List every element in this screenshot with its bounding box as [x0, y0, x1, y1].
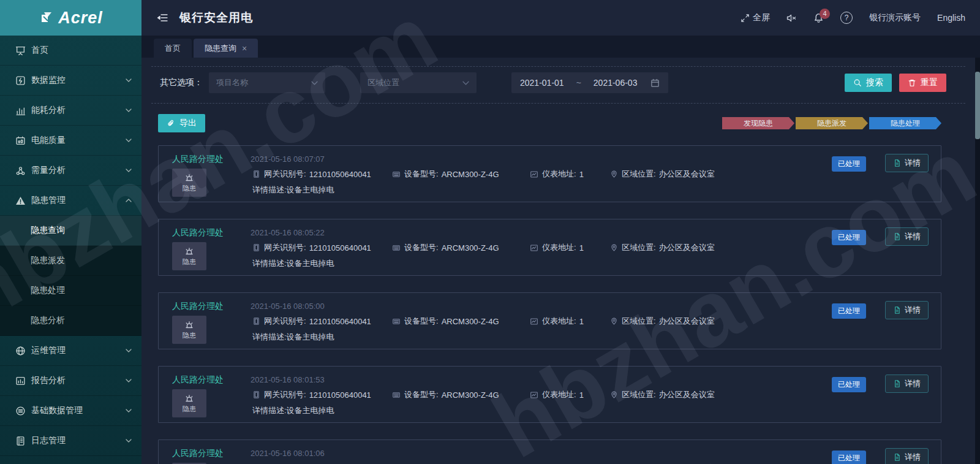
notifications-button[interactable]: 4 [813, 13, 824, 23]
location-value: 办公区及会议室 [659, 242, 715, 253]
status-badge-handled[interactable]: 已处理 [832, 377, 866, 392]
record-fields: 网关识别号: 12101050640041 设备型号: ARCM300-Z-4G… [252, 169, 715, 197]
hazard-record-list: 人民路分理处 2021-05-16 08:07:07 隐患 网关识别号: [158, 145, 941, 464]
record-description: 详情描述:设备主电掉电 [252, 405, 715, 416]
vertical-scrollbar[interactable] [975, 58, 980, 464]
project-select[interactable]: 项目名称 [209, 72, 325, 93]
sidebar-item-report-analysis[interactable]: 报告分析 [0, 366, 141, 396]
detail-button[interactable]: 详情 [885, 227, 929, 246]
help-icon[interactable]: ? [840, 12, 853, 24]
location-field: 区域位置: 办公区及会议室 [610, 242, 715, 253]
record-fields: 网关识别号: 12101050640041 设备型号: ARCM300-Z-4G… [252, 242, 715, 270]
location-field: 区域位置: 办公区及会议室 [610, 389, 715, 400]
mute-button[interactable] [786, 13, 797, 23]
legend-hazard-dispatch: 隐患派发 [796, 117, 868, 129]
warning-triangle-icon [15, 196, 26, 206]
device-model-label: 设备型号: [404, 242, 439, 253]
record-description: 详情描述:设备主电掉电 [252, 184, 715, 196]
location-label: 区域位置: [622, 316, 656, 327]
alarm-icon [184, 320, 194, 330]
location-field: 区域位置: 办公区及会议室 [610, 169, 715, 180]
fullscreen-button[interactable]: 全屏 [741, 12, 770, 23]
brand-logo[interactable]: Acrel [0, 0, 141, 36]
gateway-icon [252, 317, 260, 325]
hazard-record-row: 人民路分理处 2021-05-16 08:07:07 隐患 网关识别号: [158, 145, 941, 202]
document-icon [893, 306, 901, 314]
meter-address-value: 1 [579, 243, 584, 253]
status-badge-handled[interactable]: 已处理 [832, 230, 866, 245]
reset-button[interactable]: 重置 [899, 74, 946, 92]
meter-address-value: 1 [579, 170, 584, 179]
location-value: 办公区及会议室 [659, 389, 715, 400]
sidebar-item-hazard-management[interactable]: 隐患管理 [0, 186, 141, 216]
location-pin-icon [610, 390, 618, 399]
log-book-icon [15, 436, 26, 446]
detail-label: 详情 [905, 158, 921, 169]
site-name-link[interactable]: 人民路分理处 [172, 448, 224, 459]
hazard-tile-label: 隐患 [183, 405, 196, 414]
date-separator: ~ [576, 78, 581, 88]
area-select-placeholder: 区域位置 [368, 77, 399, 88]
home-icon [15, 45, 26, 56]
paperclip-icon [167, 119, 175, 127]
power-quality-icon [15, 135, 26, 146]
status-legend: 发现隐患 隐患派发 隐患处理 [722, 117, 941, 129]
chevron-down-icon [462, 81, 469, 85]
hazard-type-tile: 隐患 [172, 169, 206, 197]
sidebar-item-label: 运维管理 [31, 345, 66, 356]
site-name-link[interactable]: 人民路分理处 [172, 227, 224, 238]
record-fields: 网关识别号: 12101050640041 设备型号: ARCM300-Z-4G… [252, 389, 715, 417]
bar-chart-icon [15, 105, 26, 116]
list-toolbar: 导出 发现隐患 隐患派发 隐患处理 [158, 114, 941, 132]
status-badge-handled[interactable]: 已处理 [832, 451, 866, 464]
date-range-picker[interactable]: 2021-01-01 ~ 2021-06-03 [511, 72, 668, 93]
account-name[interactable]: 银行演示账号 [869, 12, 921, 23]
trash-icon [908, 78, 916, 87]
search-button[interactable]: 搜索 [845, 74, 892, 92]
site-name-link[interactable]: 人民路分理处 [172, 154, 224, 165]
site-name-link[interactable]: 人民路分理处 [172, 301, 224, 312]
hazard-type-tile: 隐患 [172, 316, 206, 344]
area-select[interactable]: 区域位置 [360, 72, 477, 93]
sidebar-item-power-quality[interactable]: 电能质量 [0, 126, 141, 156]
gateway-field: 网关识别号: 12101050640041 [252, 169, 392, 180]
app-window: Acrel 首页 数据监控 能耗分析 电能质量 需量分析 隐患管理 [0, 0, 980, 464]
sidebar-subitem-hazard-analysis[interactable]: 隐患分析 [0, 306, 141, 336]
status-badge-handled[interactable]: 已处理 [832, 303, 866, 319]
collapse-menu-icon[interactable] [156, 13, 168, 23]
sidebar-item-data-monitor[interactable]: 数据监控 [0, 66, 141, 96]
record-timestamp: 2021-05-16 08:05:00 [251, 302, 325, 311]
status-badge-handled[interactable]: 已处理 [832, 156, 866, 172]
detail-button[interactable]: 详情 [885, 375, 929, 393]
tab-hazard-query[interactable]: 隐患查询 × [194, 39, 258, 58]
detail-button[interactable]: 详情 [885, 448, 929, 464]
hazard-tile-label: 隐患 [183, 184, 196, 193]
gateway-icon [252, 243, 260, 252]
sidebar-subitem-hazard-query[interactable]: 隐患查询 [0, 216, 141, 246]
close-tab-icon[interactable]: × [242, 44, 247, 53]
sidebar-item-energy-analysis[interactable]: 能耗分析 [0, 96, 141, 126]
scrollbar-thumb[interactable] [975, 72, 980, 139]
language-switch[interactable]: English [937, 13, 965, 23]
sidebar-subitem-hazard-handle[interactable]: 隐患处理 [0, 276, 141, 306]
alarm-icon [184, 246, 194, 256]
tab-home[interactable]: 首页 [154, 39, 192, 58]
sidebar-item-log-management[interactable]: 日志管理 [0, 426, 141, 456]
gateway-label: 网关识别号: [264, 389, 306, 400]
hazard-type-tile: 隐患 [172, 242, 206, 270]
sidebar-item-home[interactable]: 首页 [0, 36, 141, 66]
device-model-field: 设备型号: ARCM300-Z-4G [392, 389, 530, 400]
meter-address-value: 1 [579, 390, 584, 400]
sidebar-subitem-hazard-dispatch[interactable]: 隐患派发 [0, 246, 141, 276]
sidebar-item-demand-analysis[interactable]: 需量分析 [0, 156, 141, 186]
sidebar-item-base-data[interactable]: 基础数据管理 [0, 396, 141, 426]
detail-button[interactable]: 详情 [885, 154, 929, 172]
site-name-link[interactable]: 人民路分理处 [172, 375, 224, 386]
sidebar-item-ops-management[interactable]: 运维管理 [0, 336, 141, 366]
gateway-value: 12101050640041 [309, 243, 371, 253]
detail-label: 详情 [905, 452, 921, 463]
detail-button[interactable]: 详情 [885, 301, 929, 319]
record-timestamp: 2021-05-16 08:07:07 [251, 154, 325, 164]
export-button[interactable]: 导出 [158, 114, 205, 132]
record-body: 隐患 网关识别号: 12101050640041 设备型号: [168, 169, 931, 197]
